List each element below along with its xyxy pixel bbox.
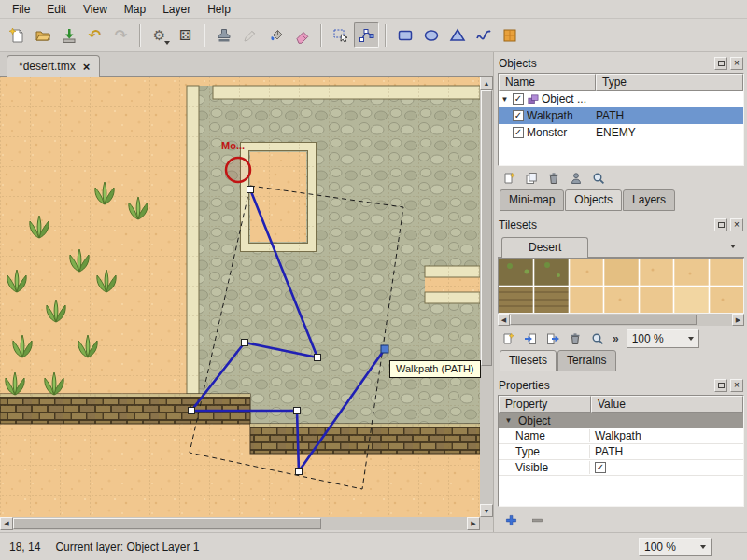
property-value[interactable]: Walkpath xyxy=(590,429,743,442)
object-properties-button[interactable] xyxy=(589,170,608,187)
tab-desert-tmx[interactable]: *desert.tmx × xyxy=(7,55,100,77)
vertical-scrollbar[interactable]: ▲ ▼ xyxy=(480,77,493,517)
expander-icon[interactable]: ▼ xyxy=(502,416,514,425)
menu-edit[interactable]: Edit xyxy=(38,1,75,18)
property-row-name[interactable]: Name Walkpath xyxy=(499,428,743,444)
insert-rectangle-button[interactable] xyxy=(392,22,417,48)
dock-close-button[interactable]: × xyxy=(730,218,743,231)
undo-button[interactable]: ↶ xyxy=(82,22,107,48)
visible-checkbox[interactable]: ✓ xyxy=(595,462,606,473)
scroll-right-button[interactable]: ▶ xyxy=(732,314,744,326)
menu-layer[interactable]: Layer xyxy=(154,1,199,18)
tileset-view[interactable] xyxy=(498,258,744,314)
dock-float-button[interactable] xyxy=(714,57,727,70)
tileset-scroll-thumb[interactable] xyxy=(510,315,697,325)
add-layer-button[interactable] xyxy=(500,170,518,187)
tab-objects[interactable]: Objects xyxy=(565,189,622,211)
tab-tilesets[interactable]: Tilesets xyxy=(500,350,557,371)
scroll-down-button[interactable]: ▼ xyxy=(480,504,493,517)
tab-close-icon[interactable]: × xyxy=(83,61,91,73)
object-visibility-checkbox[interactable]: ✓ xyxy=(513,110,524,121)
object-visibility-checkbox[interactable]: ✓ xyxy=(513,127,524,138)
duplicate-objects-button[interactable] xyxy=(522,170,541,187)
scroll-left-button[interactable]: ◀ xyxy=(498,314,510,326)
tab-layers[interactable]: Layers xyxy=(623,189,675,211)
import-tileset-button[interactable] xyxy=(521,330,540,347)
tab-desert-tileset[interactable]: Desert xyxy=(501,237,588,258)
tileset-properties-button[interactable] xyxy=(588,330,607,347)
export-tileset-button[interactable] xyxy=(543,330,562,347)
open-file-button[interactable] xyxy=(30,22,55,48)
insert-polygon-button[interactable] xyxy=(444,22,470,48)
selected-vertex-handle[interactable] xyxy=(381,345,388,353)
remove-objects-button[interactable] xyxy=(544,170,563,187)
remove-tileset-button[interactable] xyxy=(566,330,585,347)
dock-float-button[interactable] xyxy=(714,379,727,392)
tileset-scroll-track[interactable] xyxy=(510,314,732,326)
dock-float-button[interactable] xyxy=(714,218,727,231)
map-zoom-combo[interactable]: 100 % xyxy=(639,538,712,556)
redo-button[interactable]: ↷ xyxy=(108,22,134,48)
dock-close-button[interactable]: × xyxy=(730,379,743,392)
menu-map[interactable]: Map xyxy=(116,1,154,18)
path-vertex-handle[interactable] xyxy=(189,408,195,414)
tool-settings-button[interactable]: ⚙ xyxy=(147,22,172,48)
tab-mini-map[interactable]: Mini-map xyxy=(500,189,564,211)
tab-terrains[interactable]: Terrains xyxy=(557,350,616,371)
dock-close-button[interactable]: × xyxy=(730,57,743,70)
scroll-right-button[interactable]: ▶ xyxy=(467,517,480,530)
path-vertex-handle[interactable] xyxy=(296,469,303,475)
vertical-scroll-track[interactable] xyxy=(480,90,493,504)
path-vertex-handle[interactable] xyxy=(315,355,321,361)
add-property-button[interactable] xyxy=(501,511,520,528)
move-objects-button[interactable] xyxy=(567,170,585,187)
tileset-image[interactable] xyxy=(499,259,743,313)
column-header-property[interactable]: Property xyxy=(499,396,591,413)
property-row-visible[interactable]: Visible ✓ xyxy=(499,460,743,476)
path-vertex-handle[interactable] xyxy=(242,340,248,346)
walkpath-row[interactable]: ✓ Walkpath PATH xyxy=(499,107,743,124)
column-header-name[interactable]: Name xyxy=(499,74,596,91)
vertical-scroll-thumb[interactable] xyxy=(481,90,492,366)
new-file-button[interactable] xyxy=(4,22,29,48)
menu-help[interactable]: Help xyxy=(199,1,239,18)
scroll-up-button[interactable]: ▲ xyxy=(480,77,493,90)
new-tileset-button[interactable] xyxy=(499,330,517,347)
map-canvas[interactable]: Mo... xyxy=(0,77,480,517)
remove-property-button[interactable] xyxy=(528,511,546,528)
random-mode-button[interactable]: ⚄ xyxy=(173,22,198,48)
expander-icon[interactable]: ▼ xyxy=(499,95,511,104)
monster-row[interactable]: ✓ Monster ENEMY xyxy=(499,124,743,141)
layer-visibility-checkbox[interactable]: ✓ xyxy=(513,93,524,105)
tileset-scrollbar[interactable]: ◀ ▶ xyxy=(498,314,744,326)
column-header-value[interactable]: Value xyxy=(591,396,743,413)
insert-ellipse-button[interactable] xyxy=(418,22,444,48)
stamp-brush-button[interactable] xyxy=(211,22,236,48)
property-group-row[interactable]: ▼ Object xyxy=(499,413,743,428)
menu-view[interactable]: View xyxy=(75,1,116,18)
horizontal-scroll-thumb[interactable] xyxy=(13,518,321,529)
path-vertex-handle[interactable] xyxy=(247,187,254,193)
property-row-type[interactable]: Type PATH xyxy=(499,444,743,460)
terrain-brush-button[interactable] xyxy=(237,22,262,48)
eraser-button[interactable] xyxy=(289,22,315,48)
insert-polyline-button[interactable] xyxy=(471,22,496,48)
select-objects-button[interactable] xyxy=(328,22,353,48)
monster-object[interactable] xyxy=(226,158,250,182)
path-vertex-handle[interactable] xyxy=(294,408,301,414)
bucket-fill-button[interactable] xyxy=(263,22,289,48)
scroll-left-button[interactable]: ◀ xyxy=(0,517,13,530)
horizontal-scrollbar[interactable]: ◀ ▶ xyxy=(0,517,480,530)
column-header-type[interactable]: Type xyxy=(596,74,743,91)
save-button[interactable] xyxy=(56,22,81,48)
edit-polygons-button[interactable] xyxy=(354,22,379,48)
tileset-list-dropdown[interactable] xyxy=(726,240,740,253)
menu-file[interactable]: File xyxy=(4,1,38,18)
horizontal-scroll-track[interactable] xyxy=(13,517,467,530)
object-layer-row[interactable]: ▼ ✓ Object ... xyxy=(499,91,743,107)
property-value[interactable]: PATH xyxy=(590,445,743,458)
insert-tile-button[interactable] xyxy=(497,22,522,48)
tileset-zoom-combo[interactable]: 100 % xyxy=(627,329,699,348)
toolbar-overflow-chevron[interactable]: » xyxy=(611,332,621,345)
properties-table: Property Value ▼ Object Name Walkpath Ty… xyxy=(498,395,744,507)
